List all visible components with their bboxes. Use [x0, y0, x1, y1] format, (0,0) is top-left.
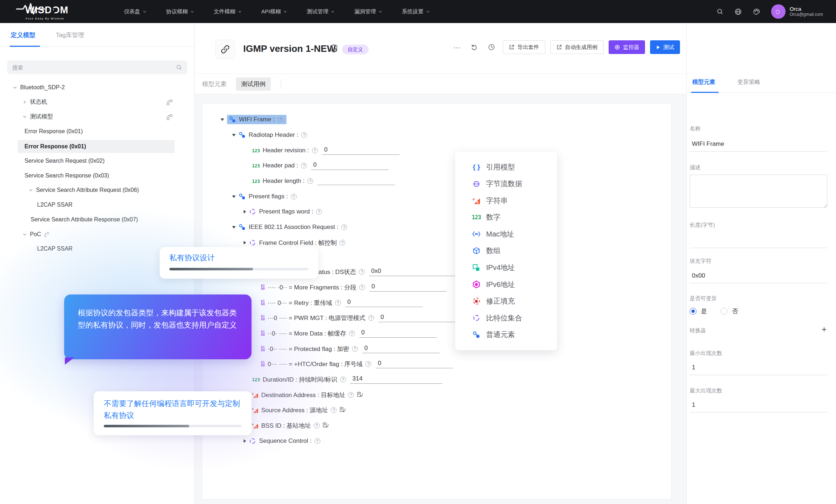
- export-suite-button[interactable]: 导出套件: [503, 40, 545, 54]
- help-icon[interactable]: [291, 194, 297, 199]
- model-row-protected-flag[interactable]: ·0·· ···· = Protected flag : 加密 0: [261, 344, 440, 354]
- model-row-present-flags-word[interactable]: Present flags word :: [244, 207, 322, 217]
- model-row-more-fragments[interactable]: ···· ·0·· = More Fragments : 分段 0: [261, 282, 447, 292]
- model-row-header-pad[interactable]: 123 Header pad : 0: [252, 161, 388, 171]
- model-row-header-revision[interactable]: 123 Header revision : 0: [252, 145, 400, 156]
- menu-item-string[interactable]: aa 字符串: [455, 196, 557, 206]
- model-row-pwr-mgt[interactable]: ···0 ···· = PWR MGT : 电源管理模式 0: [261, 313, 456, 323]
- help-icon[interactable]: [339, 240, 345, 246]
- flow-diagram-icon[interactable]: [166, 99, 173, 105]
- model-row-ieee-assoc-request[interactable]: IEEE 802.11 Assoction Request :: [232, 222, 347, 232]
- tree-node-poc[interactable]: PoC: [22, 228, 49, 240]
- reference-icon[interactable]: [323, 422, 329, 429]
- pad-char-input[interactable]: [690, 272, 827, 283]
- value-input[interactable]: 314: [350, 375, 442, 384]
- value-input[interactable]: 0: [311, 161, 388, 170]
- value-input[interactable]: 0: [369, 283, 447, 292]
- collapse-arrow-icon[interactable]: [232, 226, 236, 229]
- help-icon[interactable]: [312, 148, 318, 153]
- tab-define-model[interactable]: 定义模型: [11, 31, 35, 39]
- panel-tab-model-element[interactable]: 模型元素: [692, 78, 715, 86]
- tree-node-error-response-2-selected[interactable]: Error Response (0x01): [25, 140, 86, 153]
- tree-node-test-model[interactable]: 测试模型: [22, 111, 53, 123]
- value-input[interactable]: 0: [345, 298, 423, 307]
- theme-palette-icon[interactable]: [753, 8, 760, 15]
- max-occurs-input[interactable]: [690, 401, 827, 413]
- tree-node-ss-attribute-response[interactable]: Service Search Attribute Response (0x07): [31, 213, 138, 226]
- nav-item-settings[interactable]: 系统设置: [402, 8, 430, 15]
- help-icon[interactable]: [359, 269, 365, 275]
- tab-tag-library[interactable]: Tag库管理: [56, 31, 84, 39]
- model-row-source-address[interactable]: aa Source Address : 源地址: [252, 405, 346, 415]
- panel-tab-mutation-strategy[interactable]: 变异策略: [737, 78, 760, 86]
- value-input[interactable]: 0: [378, 314, 456, 322]
- reference-icon[interactable]: [339, 407, 346, 413]
- model-row-sequence-control[interactable]: Sequence Control :: [244, 436, 320, 446]
- model-row-header-length[interactable]: 123 Header length :: [252, 176, 395, 186]
- tree-node-service-search-response[interactable]: Service Search Response (0x03): [25, 170, 109, 182]
- help-icon[interactable]: [314, 423, 320, 428]
- radio-unselected-icon[interactable]: [721, 308, 728, 315]
- help-icon[interactable]: [365, 361, 371, 367]
- menu-item-mac-address[interactable]: Mac地址: [455, 229, 557, 239]
- nav-item-vuln-mgmt[interactable]: 漏洞管理: [354, 8, 382, 15]
- value-input[interactable]: 0: [362, 345, 440, 353]
- min-occurs-input[interactable]: [690, 364, 827, 375]
- menu-item-array[interactable]: 数组: [455, 246, 557, 256]
- expand-arrow-icon[interactable]: [244, 439, 246, 443]
- test-button[interactable]: 测试: [650, 40, 680, 54]
- help-icon[interactable]: [352, 346, 358, 352]
- nav-item-protocol-fuzz[interactable]: 协议模糊: [166, 8, 194, 15]
- help-icon[interactable]: [316, 209, 322, 215]
- menu-item-bitset[interactable]: 比特位集合: [455, 313, 557, 323]
- collapse-arrow-icon[interactable]: [221, 118, 224, 121]
- help-icon[interactable]: [307, 178, 313, 184]
- chevron-down-icon[interactable]: [28, 188, 33, 193]
- search-input[interactable]: [12, 64, 176, 71]
- tree-node-error-response-1[interactable]: Error Response (0x01): [25, 125, 83, 138]
- autogen-cases-button[interactable]: 自动生成用例: [550, 40, 604, 54]
- nav-item-dashboard[interactable]: 仪表盘: [124, 8, 147, 15]
- history-clock-icon[interactable]: [485, 41, 498, 53]
- model-row-frame-control-field[interactable]: Frame Control Field : 帧控制: [244, 238, 345, 248]
- tree-node-state-machine[interactable]: 状态机: [22, 96, 47, 108]
- help-icon[interactable]: [349, 330, 355, 336]
- flow-diagram-icon[interactable]: [166, 114, 173, 120]
- model-row-bss-id[interactable]: aa BSS ID : 基站地址: [252, 420, 329, 431]
- model-row-more-data[interactable]: ··0· ···· = More Data : 帧缓存 0: [261, 328, 437, 338]
- chevron-down-icon[interactable]: [22, 114, 27, 119]
- tree-node-bluetooth-sdp-2[interactable]: Bluetooth_SDP-2: [13, 81, 65, 94]
- search-icon[interactable]: [716, 8, 724, 15]
- help-icon[interactable]: [301, 132, 307, 138]
- globe-icon[interactable]: [734, 8, 742, 15]
- radio-selected-icon[interactable]: [690, 308, 697, 315]
- model-row-radiotap-header[interactable]: Radiotap Header :: [232, 130, 307, 140]
- model-row-htc-order-flag[interactable]: 0··· ···· = +HTC/Order flag : 序号域 0: [261, 359, 453, 369]
- reference-icon[interactable]: [357, 392, 363, 398]
- chevron-down-icon[interactable]: [22, 232, 27, 237]
- tree-node-l2cap-ssar-2[interactable]: L2CAP SSAR: [37, 243, 72, 255]
- help-icon[interactable]: [315, 438, 320, 444]
- help-icon[interactable]: [359, 284, 365, 290]
- expand-arrow-icon[interactable]: [244, 241, 246, 244]
- help-icon[interactable]: [368, 315, 374, 321]
- tree-node-ss-attribute-request[interactable]: Service Search Attribute Request (0x06): [28, 184, 139, 196]
- tab-model-elements[interactable]: 模型元素: [202, 80, 227, 88]
- menu-item-bytestream[interactable]: 字节流数据: [455, 179, 557, 189]
- tree-node-l2cap-ssar-1[interactable]: L2CAP SSAR: [37, 199, 72, 211]
- flow-diagram-icon[interactable]: [44, 232, 49, 237]
- expand-arrow-icon[interactable]: [244, 210, 246, 213]
- help-icon[interactable]: [331, 407, 337, 413]
- model-row-present-flags[interactable]: Present flags :: [232, 192, 297, 202]
- menu-item-fix-padding[interactable]: 修正填充: [455, 296, 557, 306]
- help-icon[interactable]: [340, 377, 346, 382]
- value-input[interactable]: 0: [322, 146, 400, 155]
- model-row-duration-id[interactable]: 123 Duration/ID : 持续时间/标识 314: [252, 374, 442, 384]
- add-transformer-icon[interactable]: [819, 325, 829, 334]
- nav-item-api-fuzz[interactable]: API模糊: [261, 8, 287, 15]
- value-input[interactable]: [317, 177, 395, 185]
- value-input[interactable]: 0: [359, 329, 437, 338]
- model-row-retry[interactable]: ···· 0··· = Retry : 重传域 0: [261, 298, 423, 308]
- description-textarea[interactable]: [690, 175, 827, 208]
- chevron-right-icon[interactable]: [22, 100, 27, 104]
